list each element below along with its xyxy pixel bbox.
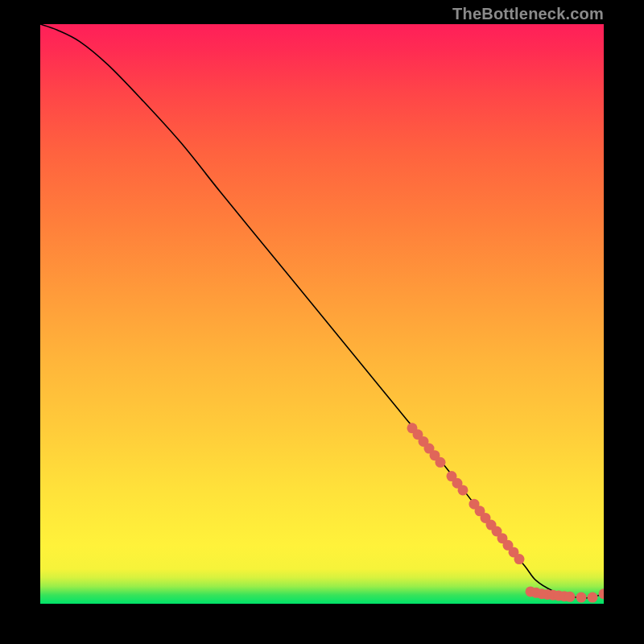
- data-markers: [407, 423, 605, 602]
- data-marker: [599, 588, 605, 599]
- chart-svg: [40, 24, 604, 604]
- data-marker: [436, 457, 446, 468]
- plot-area: [40, 24, 604, 604]
- data-marker: [565, 592, 576, 602]
- data-marker: [576, 592, 587, 603]
- data-marker: [588, 592, 598, 603]
- data-marker: [458, 485, 469, 495]
- watermark-text: TheBottleneck.com: [452, 5, 604, 23]
- data-marker: [514, 554, 525, 564]
- bottleneck-curve: [40, 24, 604, 598]
- chart-container: TheBottleneck.com: [0, 0, 644, 644]
